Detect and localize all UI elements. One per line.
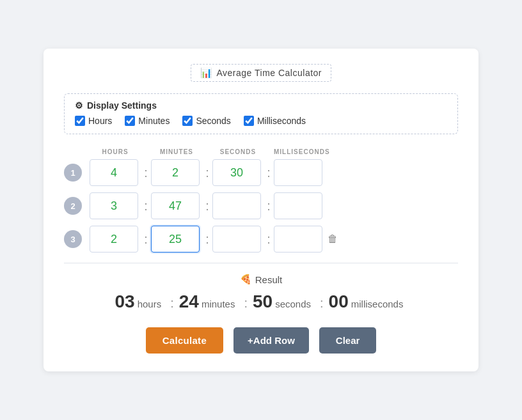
row2-milliseconds-input[interactable] — [274, 192, 322, 219]
result-title: 🍕 Result — [240, 274, 283, 285]
checkbox-group: Hours Minutes Seconds Milliseconds — [75, 116, 447, 126]
sep-2a: : — [141, 199, 151, 214]
settings-icon: ⚙ — [75, 100, 83, 111]
result-minutes: 24 — [179, 292, 199, 312]
sep-1c: : — [264, 166, 274, 180]
app-title: Average Time Calculator — [216, 68, 322, 78]
result-seconds-label: seconds — [275, 299, 311, 309]
result-icon: 🍕 — [240, 274, 252, 285]
result-row: 03 hours : 24 minutes : 50 seconds : 00 … — [64, 292, 458, 312]
delete-row3-button[interactable]: 🗑 — [325, 233, 340, 245]
checkbox-seconds[interactable]: Seconds — [182, 116, 230, 126]
add-row-button[interactable]: +Add Row — [233, 327, 309, 354]
row1-seconds-input[interactable] — [212, 159, 261, 186]
result-milliseconds: 00 — [329, 292, 349, 312]
result-hours-label: hours — [138, 299, 162, 309]
chart-icon: 📊 — [200, 67, 213, 79]
result-sep1: : — [170, 296, 174, 311]
sep-2b: : — [202, 199, 212, 214]
row3-milliseconds-input[interactable] — [274, 226, 322, 253]
col-hours: HOURS — [90, 148, 141, 155]
table-row: 1 : : : — [64, 159, 458, 186]
row3-hours-input[interactable] — [90, 226, 138, 253]
result-milliseconds-label: milliseconds — [351, 299, 404, 309]
result-sep2: : — [244, 296, 248, 311]
table-row: 3 : : : 🗑 — [64, 226, 458, 253]
display-settings-header: ⚙ Display Settings — [75, 100, 447, 111]
hours-label: Hours — [88, 116, 112, 126]
milliseconds-label: Milliseconds — [257, 116, 306, 126]
row1-minutes-input[interactable] — [151, 159, 200, 186]
checkbox-hours[interactable]: Hours — [75, 116, 112, 126]
column-headers: HOURS MINUTES SECONDS MILLISECONDS — [64, 148, 458, 155]
sep-3b: : — [202, 232, 212, 247]
sep-3c: : — [264, 232, 274, 247]
minutes-checkbox[interactable] — [125, 116, 135, 126]
checkbox-minutes[interactable]: Minutes — [125, 116, 170, 126]
minutes-label: Minutes — [138, 116, 170, 126]
title-badge: 📊 Average Time Calculator — [191, 64, 331, 82]
result-section: 🍕 Result 03 hours : 24 minutes : 50 seco… — [64, 274, 458, 312]
col-milliseconds: MILLISECONDS — [274, 148, 325, 155]
time-inputs: HOURS MINUTES SECONDS MILLISECONDS 1 : :… — [64, 148, 458, 253]
table-row: 2 : : : — [64, 192, 458, 219]
calculate-button[interactable]: Calculate — [146, 327, 223, 354]
clear-button[interactable]: Clear — [319, 327, 377, 354]
settings-title: Display Settings — [87, 100, 157, 111]
row2-hours-input[interactable] — [90, 192, 138, 219]
title-bar: 📊 Average Time Calculator — [64, 64, 458, 82]
display-settings-panel: ⚙ Display Settings Hours Minutes Seconds… — [64, 93, 458, 134]
row1-hours-input[interactable] — [90, 159, 138, 186]
col-minutes: MINUTES — [151, 148, 202, 155]
seconds-checkbox[interactable] — [182, 116, 193, 126]
result-label-text: Result — [255, 274, 283, 285]
sep-2c: : — [264, 199, 274, 214]
row3-minutes-input[interactable] — [151, 226, 200, 253]
sep-1b: : — [202, 166, 212, 180]
result-hours: 03 — [115, 292, 135, 312]
sep-1a: : — [141, 166, 151, 180]
row2-seconds-input[interactable] — [212, 192, 261, 219]
col-seconds: SECONDS — [212, 148, 264, 155]
hours-checkbox[interactable] — [75, 116, 85, 126]
row-number-1: 1 — [64, 164, 82, 182]
row1-milliseconds-input[interactable] — [274, 159, 322, 186]
sep-3a: : — [141, 232, 151, 247]
seconds-label: Seconds — [196, 116, 230, 126]
row3-seconds-input[interactable] — [212, 226, 261, 253]
row2-minutes-input[interactable] — [151, 192, 200, 219]
action-buttons: Calculate +Add Row Clear — [64, 327, 458, 354]
milliseconds-checkbox[interactable] — [244, 116, 254, 126]
result-sep3: : — [320, 296, 324, 311]
row-number-2: 2 — [64, 197, 82, 215]
row-number-3: 3 — [64, 230, 82, 248]
divider — [64, 263, 458, 263]
result-seconds: 50 — [253, 292, 273, 312]
checkbox-milliseconds[interactable]: Milliseconds — [244, 116, 306, 126]
result-minutes-label: minutes — [202, 299, 235, 309]
main-card: 📊 Average Time Calculator ⚙ Display Sett… — [44, 49, 478, 371]
